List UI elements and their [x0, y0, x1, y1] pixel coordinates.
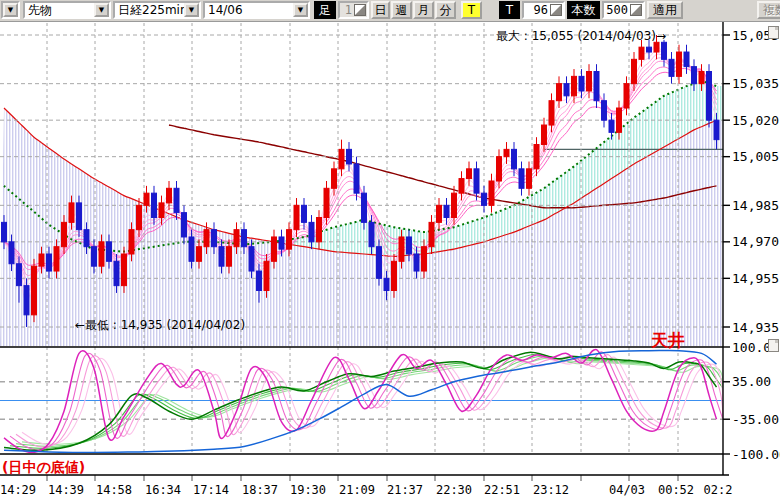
candle-body — [422, 247, 427, 271]
candle-body — [684, 52, 689, 67]
period-button-week[interactable]: 週 — [391, 1, 412, 19]
candle-body — [287, 230, 292, 249]
time-tick-label: 14:39 — [48, 483, 84, 497]
toolbar: ▼ 先物 ▼ 日経225mini ▼ 14/06 ▼ 足 1 日 週 月 分 T… — [0, 0, 780, 22]
t-count-label: T — [499, 1, 520, 19]
candle-body — [519, 169, 524, 188]
candle-body — [84, 230, 89, 247]
candle-body — [377, 247, 382, 279]
candle-body — [279, 237, 284, 249]
candle-body — [332, 169, 337, 188]
price-tick-label: 15,035 — [732, 76, 779, 91]
candle-body — [467, 169, 472, 179]
candle-body — [512, 149, 517, 168]
candle-body — [617, 108, 622, 132]
candle-body — [129, 230, 134, 254]
candle-body — [62, 222, 67, 246]
candle-body — [564, 84, 569, 96]
price-tick-label: 15,005 — [732, 149, 779, 164]
candle-body — [54, 247, 59, 271]
candle-body — [24, 286, 29, 315]
interval-value: 1 — [340, 3, 354, 17]
time-tick-label: 23:12 — [533, 483, 569, 497]
price-tick-label: 14,935 — [732, 320, 779, 335]
spinner-icon[interactable] — [354, 4, 366, 16]
candle-body — [174, 188, 179, 212]
price-chart-canvas[interactable]: 15,05515,03515,02015,00514,98514,97014,9… — [0, 21, 780, 500]
candle-body — [152, 193, 157, 217]
oscillator-panel[interactable] — [0, 349, 723, 452]
candle-body — [99, 242, 104, 266]
candle-body — [189, 237, 194, 261]
rci-blue-line — [4, 351, 717, 453]
candle-body — [204, 230, 209, 247]
period-button-day[interactable]: 日 — [371, 1, 390, 19]
candle-body — [452, 193, 457, 217]
instrument-category-select[interactable]: 先物 ▼ — [23, 1, 111, 19]
period-button-minute[interactable]: 分 — [435, 1, 456, 19]
contract-month-select[interactable]: 14/06 ▼ — [203, 1, 310, 19]
candle-body — [527, 169, 532, 188]
price-tick-label: 14,970 — [732, 234, 779, 249]
spinner-icon[interactable] — [630, 4, 642, 16]
t-count-value: 96 — [524, 3, 550, 17]
candle-body — [114, 261, 119, 285]
contract-month-value: 14/06 — [205, 3, 293, 17]
panel-note-icon[interactable] — [768, 26, 779, 39]
candle-body — [77, 203, 82, 230]
candle-body — [714, 120, 719, 139]
time-tick-label: 02:2 — [704, 483, 733, 497]
candle-body — [167, 188, 172, 203]
candle-body — [309, 222, 314, 241]
candle-body — [122, 254, 127, 286]
bar-count-stepper[interactable]: 500 — [602, 1, 645, 19]
candle-body — [339, 149, 344, 168]
spinner-icon[interactable] — [550, 4, 562, 16]
rci-green-light-line — [10, 354, 723, 448]
candle-body — [534, 145, 539, 169]
panel-note-icon[interactable] — [768, 339, 779, 352]
candle-body — [677, 52, 682, 76]
candle-body — [264, 261, 269, 290]
candle-body — [302, 205, 307, 222]
time-tick-label: 14:58 — [96, 483, 132, 497]
oscillator-tick-label: 35.00 — [732, 374, 771, 389]
time-tick-label: 17:14 — [193, 483, 229, 497]
candle-body — [489, 181, 494, 205]
candle-body — [324, 188, 329, 217]
candle-body — [17, 264, 22, 286]
candle-body — [294, 205, 299, 229]
apply-button[interactable]: 適用 — [647, 1, 683, 19]
candle-body — [69, 203, 74, 222]
chevron-down-icon[interactable]: ▼ — [3, 3, 18, 17]
candle-body — [587, 72, 592, 91]
candle-body — [504, 149, 509, 156]
time-tick-label: 19:30 — [290, 483, 326, 497]
candle-body — [9, 242, 14, 264]
candle-body — [144, 193, 149, 205]
chevron-down-icon[interactable]: ▼ — [94, 3, 109, 17]
candle-body — [317, 218, 322, 242]
period-button-month[interactable]: 月 — [413, 1, 434, 19]
candle-body — [647, 47, 652, 52]
time-tick-label: 22:30 — [436, 483, 472, 497]
interval-stepper[interactable]: 1 — [338, 1, 369, 19]
price-tick-label: 14,985 — [732, 198, 779, 213]
candle-body — [39, 254, 44, 266]
time-tick-label: 18:37 — [242, 483, 278, 497]
candle-body — [32, 266, 37, 315]
tick-mode-button[interactable]: T — [461, 1, 482, 19]
chevron-down-icon[interactable]: ▼ — [184, 3, 199, 17]
t-count-stepper[interactable]: 96 — [522, 1, 565, 19]
candle-body — [219, 247, 224, 266]
ceiling-annotation: 天井 — [651, 329, 685, 352]
symbol-select[interactable]: 日経225mini ▼ — [113, 1, 201, 19]
mini-combo[interactable]: ▼ — [1, 1, 20, 19]
candle-body — [707, 72, 712, 121]
multi-symbol-button[interactable]: 複数銘柄 — [757, 1, 780, 19]
candle-body — [594, 72, 599, 101]
candle-body — [692, 67, 697, 84]
candle-body — [159, 203, 164, 218]
candle-body — [347, 149, 352, 164]
chevron-down-icon[interactable]: ▼ — [293, 3, 308, 17]
